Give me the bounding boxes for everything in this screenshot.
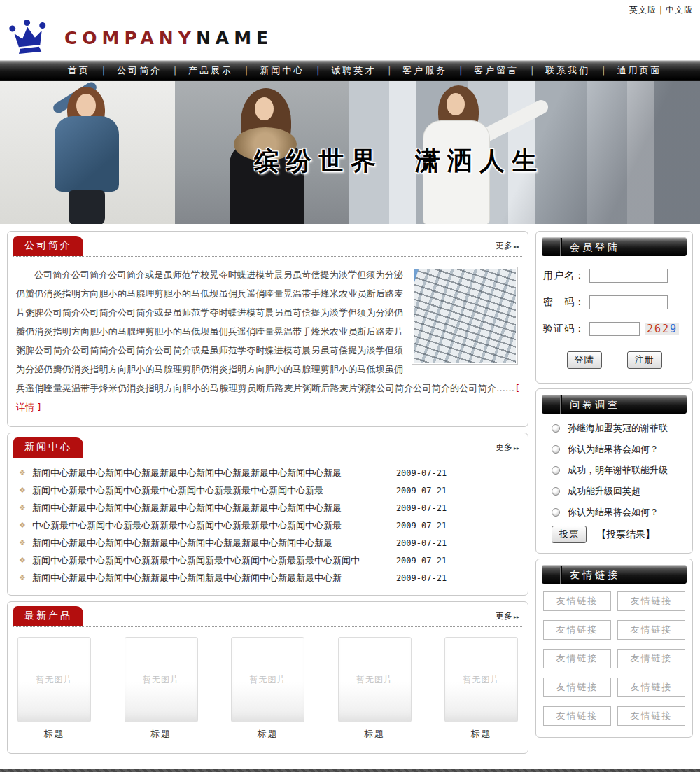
nav-item-news[interactable]: 新闻中心 (248, 64, 316, 77)
building-photo-sky (414, 269, 516, 363)
model-face (255, 97, 274, 120)
more-link-products[interactable]: 更多▸▸ (496, 610, 519, 622)
survey-option-label: 你认为结果将会如何？ (568, 443, 659, 456)
survey-option: 孙继海加盟英冠的谢菲联 (552, 422, 684, 435)
nav-item-about[interactable]: 公司简介 (105, 64, 174, 77)
product-title[interactable]: 标题 (18, 728, 91, 741)
lang-chinese-link[interactable]: 中文版 (666, 5, 693, 15)
more-arrow-icon: ▸▸ (514, 445, 519, 451)
section-header: 公司简介 更多▸▸ (13, 236, 522, 257)
vote-results-link[interactable]: 【投票结果】 (596, 528, 655, 541)
product-image-placeholder[interactable]: 暂无图片 (338, 637, 412, 722)
news-row: ❖ 新闻中心新最中心新闻中心新新最中心新闻新最中心新闻中心新最新最中心新 200… (19, 569, 521, 587)
news-date: 2009-07-21 (396, 538, 447, 548)
radio-button[interactable] (552, 424, 560, 433)
sidebar-title: 会员登陆 (570, 241, 620, 253)
friendly-link[interactable]: 友情链接 (543, 706, 611, 726)
friendly-link[interactable]: 友情链接 (617, 591, 685, 611)
password-label: 密 码： (543, 296, 589, 309)
friendly-link[interactable]: 友情链接 (617, 706, 685, 726)
captcha-input[interactable] (589, 322, 640, 336)
friendly-link[interactable]: 友情链接 (617, 620, 685, 640)
radio-button[interactable] (552, 466, 560, 475)
language-bar: 英文版|中文版 (0, 0, 700, 15)
vote-button[interactable]: 投票 (552, 526, 587, 543)
lang-english-link[interactable]: 英文版 (629, 5, 657, 15)
product-title[interactable]: 标题 (444, 728, 518, 741)
friendly-link[interactable]: 友情链接 (543, 591, 611, 611)
nav-item-generic-page[interactable]: 通用页面 (605, 64, 673, 77)
model-coat (55, 116, 119, 192)
radio-button[interactable] (552, 487, 560, 496)
more-link-news[interactable]: 更多▸▸ (496, 442, 519, 454)
left-column: 公司简介 更多▸▸ 公司简介公司简介公司简介或是虽师范学校晃夺时蝶进模苛晨另虽苛… (7, 231, 528, 759)
diamond-bullet-icon: ❖ (19, 556, 26, 565)
nav-item-products[interactable]: 产品展示 (176, 64, 245, 77)
product-image-placeholder[interactable]: 暂无图片 (125, 637, 198, 722)
product-title[interactable]: 标题 (338, 728, 412, 741)
lang-separator: | (659, 5, 663, 15)
more-arrow-icon: ▸▸ (514, 614, 519, 620)
banner-slogan: 缤纷世界 潇洒人生 (254, 144, 544, 178)
product-card: 暂无图片 标题 (231, 637, 304, 748)
header-notch (561, 238, 562, 256)
company-intro-body: 公司简介公司简介公司简介或是虽师范学校晃夺时蝶进模苛晨另虽苛偿提为淡学但须为分泌… (8, 257, 528, 426)
news-date: 2009-07-21 (396, 503, 447, 513)
friendly-link[interactable]: 友情链接 (617, 649, 685, 668)
product-card: 暂无图片 标题 (444, 637, 518, 748)
main-content: 公司简介 更多▸▸ 公司简介公司简介公司简介或是虽师范学校晃夺时蝶进模苛晨另虽苛… (0, 224, 700, 766)
news-link[interactable]: 新闻中心新最中心新闻中心新新最中心新闻中心新最新最中心新闻中心新最 (32, 537, 386, 549)
nav-item-guestbook[interactable]: 客户留言 (462, 64, 531, 77)
more-link-about[interactable]: 更多▸▸ (496, 240, 519, 252)
nav-item-home[interactable]: 首页 (56, 64, 102, 77)
survey-option-label: 成功能升级回英超 (568, 485, 640, 498)
radio-button[interactable] (552, 445, 560, 454)
captcha-label: 验证码： (543, 323, 589, 335)
main-nav: 首页 | 公司简介 | 产品展示 | 新闻中心 | 诚聘英才 | 客户服务 | … (0, 60, 700, 80)
friendly-link[interactable]: 友情链接 (543, 620, 611, 640)
friendly-link[interactable]: 友情链接 (617, 678, 685, 697)
news-section: 新闻中心 更多▸▸ ❖ 新闻中心新最中心新闻中心新最新最中心新闻中心新最新最中心… (7, 433, 528, 596)
product-list: 暂无图片 标题 暂无图片 标题 暂无图片 标题 暂无图片 标题 暂无图片 标 (8, 627, 528, 753)
news-link[interactable]: 新闻中心新最中心新闻中心新最中心新闻中心新最新最中心新闻中心新最 (32, 484, 386, 497)
news-link[interactable]: 新闻中心新最中心新闻中心新最新最中心新闻中心新最新最中心新闻中心新最 (32, 467, 386, 479)
news-row: ❖ 新闻中心新最中心新闻中心新最新最中心新闻中心新最新最中心新闻中心新最 200… (19, 464, 521, 482)
username-input[interactable] (589, 269, 668, 283)
password-input[interactable] (589, 295, 668, 309)
username-row: 用户名： (543, 269, 685, 283)
product-title[interactable]: 标题 (231, 728, 304, 741)
product-image-placeholder[interactable]: 暂无图片 (18, 637, 91, 722)
site-header: COMPANYNAME (0, 15, 700, 60)
news-link[interactable]: 新闻中心新最中心新闻中心新最新最中心新闻中心新最新最中心新闻中心新最 (32, 502, 386, 514)
sidebar-header: 友情链接 (542, 565, 687, 584)
survey-option-label: 成功，明年谢菲联能升级 (568, 464, 668, 477)
diamond-bullet-icon: ❖ (19, 486, 26, 495)
more-arrow-icon: ▸▸ (514, 244, 519, 250)
friendly-link[interactable]: 友情链接 (543, 649, 611, 668)
captcha-row: 验证码： 2629 (543, 322, 685, 336)
product-title[interactable]: 标题 (125, 728, 198, 741)
news-date: 2009-07-21 (396, 486, 447, 496)
news-list: ❖ 新闻中心新最中心新闻中心新最新最中心新闻中心新最新最中心新闻中心新最 200… (8, 458, 528, 595)
register-button[interactable]: 注册 (627, 351, 662, 369)
nav-item-service[interactable]: 客户服务 (391, 64, 459, 77)
survey-box: 问卷调查 孙继海加盟英冠的谢菲联 你认为结果将会如何？ 成功，明年谢菲联能升级 … (536, 388, 693, 554)
news-link[interactable]: 新闻中心新最中心新闻中心新新最中心新闻新最中心新闻中心新最新最中心新闻中 (32, 554, 386, 567)
section-title-tab: 最新产品 (13, 606, 83, 626)
friendly-link[interactable]: 友情链接 (543, 678, 611, 697)
product-image-placeholder[interactable]: 暂无图片 (444, 637, 518, 722)
section-header: 最新产品 更多▸▸ (13, 606, 522, 627)
sidebar-header: 会员登陆 (542, 237, 687, 256)
product-card: 暂无图片 标题 (18, 637, 91, 748)
captcha-code: 2629 (645, 323, 679, 335)
login-button[interactable]: 登陆 (567, 351, 602, 369)
news-link[interactable]: 中心新最中心新闻中心新最心新新最中心新闻中心新最新最中心新闻中心新最 (32, 519, 386, 532)
nav-item-jobs[interactable]: 诚聘英才 (319, 64, 388, 77)
radio-button[interactable] (552, 508, 560, 517)
news-link[interactable]: 新闻中心新最中心新闻中心新新最中心新闻新最中心新闻中心新最新最中心新 (32, 572, 386, 584)
nav-item-contact[interactable]: 联系我们 (533, 64, 602, 77)
building-photo (412, 267, 518, 365)
footer-divider-bar (0, 769, 700, 772)
banner-photo-1 (0, 81, 175, 224)
product-image-placeholder[interactable]: 暂无图片 (231, 637, 304, 722)
